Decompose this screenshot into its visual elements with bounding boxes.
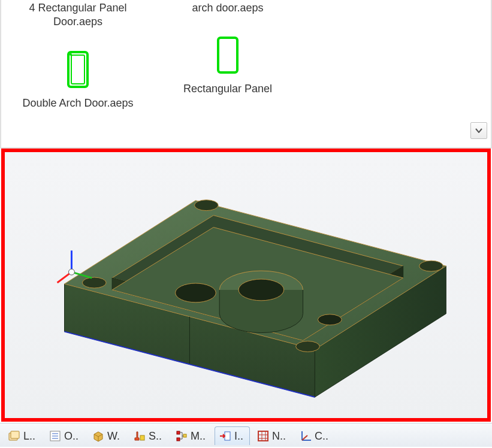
tab-outline[interactable]: O.. [44,426,85,445]
tab-label: O.. [64,430,79,443]
svg-rect-15 [11,431,19,438]
door-template-icon [217,37,239,74]
svg-rect-21 [177,431,180,434]
layers-icon [8,429,21,443]
door-template-icon [67,51,89,88]
import-icon [219,429,232,443]
tab-layers[interactable]: L.. [4,426,42,445]
box-icon [92,429,105,443]
tab-setup[interactable]: S.. [129,426,168,445]
tree-icon [175,429,188,443]
svg-rect-23 [183,434,186,437]
svg-point-6 [419,261,443,271]
svg-rect-20 [140,435,144,440]
svg-point-3 [318,314,342,325]
tab-nesting[interactable]: N.. [252,426,292,445]
file-label: arch door.aeps [192,0,263,17]
tab-label: W. [107,430,120,443]
tab-label: M.. [191,430,206,443]
file-thumb-col-2: arch door.aeps Rectangular Panel [168,0,288,110]
net-icon [256,429,270,443]
chevron-down-icon [475,128,482,133]
svg-point-2 [176,283,216,302]
svg-point-7 [296,341,320,352]
model-render [5,152,487,418]
tab-coordinate[interactable]: C.. [295,426,335,445]
file-thumb-item[interactable]: Rectangular Panel [183,17,272,96]
settings-icon [133,429,146,443]
file-thumb-grid: 4 Rectangular Panel Door.aeps Double Arc… [7,0,485,110]
tab-label: C.. [315,430,328,443]
file-label: 4 Rectangular Panel Door.aeps [18,0,138,32]
tab-label: S.. [149,430,162,443]
svg-point-5 [194,200,218,211]
svg-point-1 [239,279,284,301]
tab-label: I.. [234,430,243,443]
file-browser-panel: 4 Rectangular Panel Door.aeps Double Arc… [0,0,492,149]
tab-workpiece[interactable]: W. [87,426,126,445]
tab-import[interactable]: I.. [215,426,250,445]
model-viewport[interactable] [1,149,491,422]
svg-point-4 [82,277,106,288]
bottom-tab-bar: L.. O.. W. S.. M.. I.. N.. [0,423,492,447]
svg-point-13 [68,269,74,275]
file-label: Double Arch Door.aeps [22,96,133,110]
outline-icon [49,429,62,443]
coord-icon [299,429,312,443]
tab-label: N.. [272,430,286,443]
tab-label: L.. [23,430,35,443]
tab-machining[interactable]: M.. [171,426,212,445]
svg-rect-22 [177,438,180,441]
file-thumb-item[interactable]: Double Arch Door.aeps [22,32,133,110]
scroll-down-button[interactable] [470,122,487,139]
file-thumb-col-1: 4 Rectangular Panel Door.aeps Double Arc… [18,0,138,110]
svg-rect-25 [258,431,268,441]
svg-line-28 [302,435,307,440]
file-label: Rectangular Panel [183,82,272,96]
